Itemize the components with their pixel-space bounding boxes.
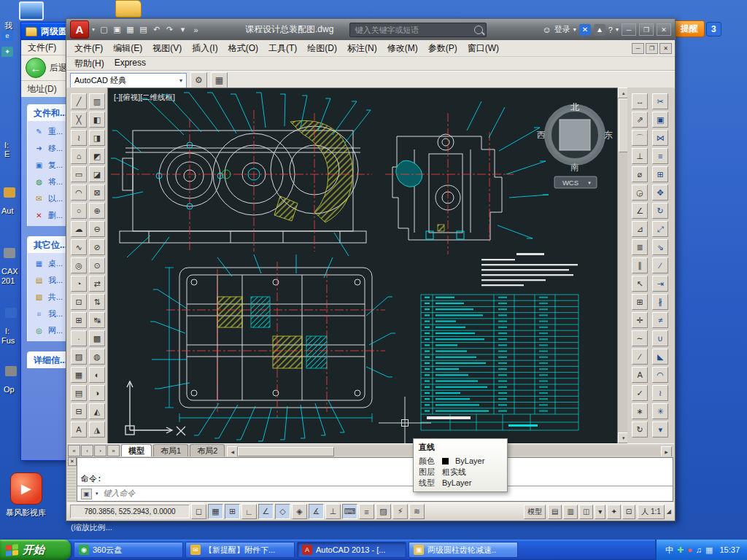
command-palette-grip[interactable]: ✕	[67, 456, 76, 502]
desktop-icon-label[interactable]: 我	[4, 20, 12, 31]
baseline-icon[interactable]: ≣	[632, 239, 648, 255]
scroll-left-icon[interactable]: ◀	[227, 446, 238, 457]
infer-constraints-toggle[interactable]: ◻	[191, 504, 206, 519]
leader-icon[interactable]: ↖	[632, 276, 648, 292]
ime-icon[interactable]: 中	[665, 545, 673, 556]
autocad-logo-icon[interactable]: A	[70, 20, 89, 39]
desktop-icon-label[interactable]: Fus	[1, 336, 15, 345]
copy-icon[interactable]: ▣	[652, 112, 668, 128]
toolbar-icon[interactable]: ◮	[89, 421, 105, 438]
annotation-visibility-icon[interactable]: ◫	[579, 505, 593, 519]
hatch-icon[interactable]: ▨	[71, 349, 87, 365]
extend-icon[interactable]: ∦	[652, 294, 668, 310]
toolbar-icon[interactable]: ↹	[89, 312, 105, 328]
toolbar-icon[interactable]: ⇅	[89, 294, 105, 310]
vertical-scrollbar[interactable]: ▲ ▼	[618, 88, 627, 443]
open-file-icon[interactable]: ▣	[111, 23, 123, 36]
point-icon[interactable]: ∙	[71, 330, 87, 346]
inspect-icon[interactable]: ✓	[632, 385, 648, 401]
restore-button[interactable]: ❐	[639, 23, 654, 36]
coordinates-display[interactable]: 780.3856, 525.2943, 0.0000	[70, 505, 190, 518]
toolbar-icon[interactable]: ⊖	[89, 221, 105, 237]
desktop-icon-label[interactable]: 201	[1, 276, 15, 285]
mirror-icon[interactable]: ⋈	[652, 130, 668, 146]
start-button[interactable]: 开始	[0, 540, 71, 560]
fillet-icon[interactable]: ◠	[652, 367, 668, 383]
command-input-row[interactable]: ▣ ▾	[77, 486, 673, 501]
create-block-icon[interactable]: ⊞	[71, 312, 87, 328]
search-input[interactable]	[353, 25, 474, 35]
toolbar-icon[interactable]: ◐	[89, 367, 105, 383]
menu-item[interactable]: 修改(M)	[382, 41, 423, 56]
dim-update-icon[interactable]: ↻	[632, 421, 648, 438]
oblique-icon[interactable]: ∕	[632, 349, 648, 365]
trim-icon[interactable]: ⇥	[652, 276, 668, 292]
folder-menu-file[interactable]: 文件(F)	[28, 42, 56, 54]
plot-icon[interactable]: ▤	[137, 23, 150, 36]
compass-west-label[interactable]: 西	[537, 130, 546, 140]
jogged-icon[interactable]: ⊿	[632, 221, 648, 237]
prev-tab-icon[interactable]: ‹	[81, 445, 93, 456]
ellipse-icon[interactable]: ◎	[71, 257, 87, 273]
desktop-app-icon[interactable]	[5, 308, 17, 318]
ortho-toggle[interactable]: ∟	[241, 504, 257, 519]
diameter-icon[interactable]: ⌀	[632, 166, 648, 182]
tolerance-icon[interactable]: ∼	[632, 330, 648, 346]
menu-item[interactable]: 文件(F)	[69, 41, 108, 56]
scroll-right-icon[interactable]: ▶	[661, 446, 672, 457]
search-icon[interactable]	[474, 26, 483, 34]
notification-badge[interactable]: 提醒 3	[674, 20, 721, 37]
desktop-folder-icon[interactable]	[115, 0, 142, 18]
compass-south-label[interactable]: 南	[570, 162, 579, 172]
polygon-icon[interactable]: ⌂	[71, 148, 87, 164]
model-space-canvas[interactable]: [-][俯视][二维线框]	[107, 88, 618, 445]
selection-cycling-toggle[interactable]: ≋	[409, 504, 425, 519]
gradient-icon[interactable]: ▦	[71, 367, 87, 383]
rotate-icon[interactable]: ↻	[652, 203, 668, 219]
qat-dropdown-icon[interactable]: ▾	[177, 23, 189, 36]
polyline-icon[interactable]: ≀	[71, 130, 87, 146]
undo-icon[interactable]: ↶	[150, 23, 163, 36]
menu-item[interactable]: 参数(P)	[423, 41, 462, 56]
compass-east-label[interactable]: 东	[604, 130, 613, 140]
quick-properties-toggle[interactable]: ⚡	[392, 504, 408, 519]
doc-minimize-button[interactable]: ─	[632, 43, 644, 54]
doc-restore-button[interactable]: ❐	[646, 43, 658, 54]
table-icon[interactable]: ⊟	[71, 403, 87, 419]
menu-item[interactable]: 工具(T)	[263, 41, 302, 56]
autoscale-icon[interactable]: ▾	[595, 505, 605, 519]
toolbar-icon[interactable]: ◨	[89, 130, 105, 146]
minimize-button[interactable]: ─	[622, 23, 636, 36]
desktop-icon-label[interactable]: I:	[4, 141, 9, 149]
logo-dropdown-icon[interactable]: ▾	[92, 26, 95, 33]
linear-dimension-icon[interactable]: ↔	[632, 93, 648, 109]
desktop-shortcut-icon[interactable]: e	[1, 31, 13, 41]
desktop-icon-label[interactable]: Aut	[1, 206, 14, 215]
line-icon[interactable]: ╱	[71, 93, 87, 109]
qat-overflow-icon[interactable]: »	[190, 23, 202, 36]
osnap3d-toggle[interactable]: ◈	[292, 504, 307, 519]
toolbar-icon[interactable]: ⊠	[89, 184, 105, 201]
tab-模型[interactable]: 模型	[121, 444, 152, 457]
my-computer-icon[interactable]	[19, 1, 44, 20]
storm-player-icon[interactable]: ▶	[10, 472, 42, 505]
volume-icon[interactable]: ♫	[696, 545, 702, 556]
center-mark-icon[interactable]: ✛	[632, 312, 648, 328]
wcs-button[interactable]: WCS ▾	[554, 176, 597, 188]
save-icon[interactable]: ▦	[124, 23, 136, 36]
toolbar-icon[interactable]: ◩	[89, 148, 105, 164]
scale-icon[interactable]: ⤢	[652, 221, 668, 237]
desktop-shortcut-icon[interactable]: ✦	[1, 47, 13, 57]
toolbar-icon[interactable]: ⊕	[89, 203, 105, 219]
alert-icon[interactable]: ●	[687, 545, 692, 556]
signin-label[interactable]: 登录	[554, 24, 570, 35]
osnap-toggle[interactable]: ◇	[275, 504, 290, 519]
chamfer-icon[interactable]: ◣	[652, 349, 668, 365]
dyn-toggle[interactable]: ⌨	[342, 504, 357, 519]
menu-item[interactable]: 插入(I)	[187, 41, 222, 56]
next-tab-icon[interactable]: ›	[94, 445, 107, 456]
drawing-canvas[interactable]: [-][俯视][二维线框]	[108, 88, 618, 444]
offset-icon[interactable]: ≡	[652, 148, 668, 164]
rectangle-icon[interactable]: ▭	[71, 166, 87, 182]
blend-icon[interactable]: ≀	[652, 385, 668, 401]
